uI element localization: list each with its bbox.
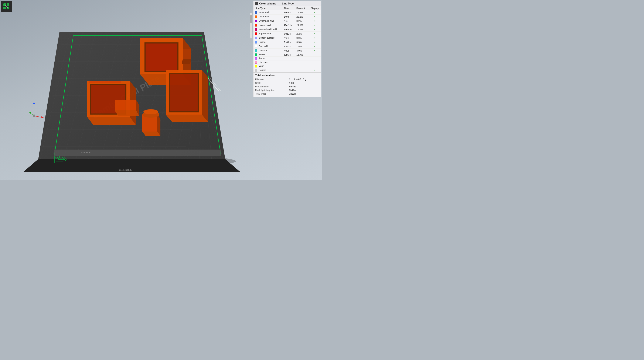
display-check: ✓ (310, 19, 320, 22)
table-row[interactable]: Sparse infill 49m11s 21.1% ✓ (254, 23, 321, 27)
table-row[interactable]: Retract (254, 57, 321, 60)
color-swatch-6 (255, 37, 257, 39)
row-percent-2: 0.2% (295, 19, 308, 23)
row-name-5: Top surface (259, 32, 271, 35)
row-percent-5: 2.2% (295, 32, 308, 36)
scroll-bar[interactable] (250, 13, 252, 38)
row-display-9[interactable]: ✓ (308, 49, 321, 53)
color-swatch-10 (255, 53, 257, 56)
tab-separator: | (278, 2, 280, 5)
row-time-5: 5m11s (282, 32, 295, 36)
info-panel: ⬛ Color scheme | Line Type Line Type Tim… (253, 1, 321, 97)
table-row[interactable]: Bottom surface 2m8s 0.9% ✓ (254, 36, 321, 40)
est-row-4: Total time: 3h53m (255, 92, 319, 96)
row-time-10: 32m3s (282, 53, 295, 57)
line-type-table: Line Type Time Percent Display Inner wal… (254, 6, 321, 72)
row-label-7: Bridge (254, 40, 282, 44)
display-check: ✓ (310, 68, 320, 72)
axis-indicator (28, 99, 44, 121)
row-display-3[interactable]: ✓ (308, 23, 321, 27)
table-row[interactable]: Bridge 7m48s 3.3% ✓ (254, 40, 321, 44)
estimation-title: Total estimation (255, 74, 319, 77)
table-row[interactable]: Top surface 5m11s 2.2% ✓ (254, 32, 321, 36)
row-display-12[interactable] (308, 60, 321, 64)
table-row[interactable]: Outer wall 1h0m 25.8% ✓ (254, 15, 321, 19)
row-display-13[interactable] (308, 64, 321, 68)
row-label-10: Travel (254, 53, 282, 57)
row-display-8[interactable]: ✓ (308, 44, 321, 49)
row-display-0[interactable]: ✓ (308, 10, 321, 15)
table-row[interactable]: Travel 32m3s 13.7% (254, 53, 321, 57)
row-display-7[interactable]: ✓ (308, 40, 321, 44)
row-display-1[interactable]: ✓ (308, 15, 321, 19)
3d-viewport[interactable]: Bambu Cool Plate H&B PLA (0, 0, 322, 180)
table-row[interactable]: Wipe (254, 64, 321, 68)
svg-marker-53 (183, 49, 191, 59)
row-display-10[interactable] (308, 53, 321, 57)
svg-marker-69 (170, 74, 198, 111)
est-value-0: 21.14 m 67.13 g (289, 78, 306, 81)
row-name-4: Internal solid infill (259, 28, 277, 30)
row-percent-12 (295, 60, 308, 64)
row-display-5[interactable]: ✓ (308, 32, 321, 36)
row-display-4[interactable]: ✓ (308, 27, 321, 32)
svg-rect-36 (54, 150, 221, 156)
row-time-13 (282, 64, 295, 68)
svg-rect-94 (4, 7, 6, 9)
table-row[interactable]: Seams ✓ (254, 68, 321, 72)
table-row[interactable]: Internal solid infill 32m55s 14.1% ✓ (254, 27, 321, 32)
row-time-4: 32m55s (282, 27, 295, 32)
tab-color-scheme[interactable]: ⬛ Color scheme (255, 2, 276, 5)
color-swatch-14 (255, 69, 257, 71)
color-swatch-9 (255, 49, 257, 52)
est-value-4: 3h53m (289, 92, 296, 96)
color-swatch-11 (255, 57, 257, 60)
row-percent-13 (295, 64, 308, 68)
est-value-2: 6m45s (289, 85, 296, 88)
row-name-14: Seams (259, 69, 266, 71)
row-name-9: Custom (259, 49, 267, 52)
est-value-1: 1.68 (289, 81, 294, 85)
col-header-type: Line Type (254, 6, 282, 10)
row-label-3: Sparse infill (254, 23, 282, 27)
row-percent-7: 3.3% (295, 40, 308, 44)
row-label-12: Unretract (254, 60, 282, 64)
table-row[interactable]: Inner wall 33m5s 14.2% ✓ (254, 10, 321, 15)
row-display-6[interactable]: ✓ (308, 36, 321, 40)
color-swatch-3 (255, 24, 257, 26)
row-time-8: 3m33s (282, 44, 295, 49)
row-time-6: 2m8s (282, 36, 295, 40)
row-time-0: 33m5s (282, 10, 295, 15)
row-label-11: Retract (254, 57, 282, 60)
table-row[interactable]: Gap infill 3m33s 1.5% ✓ (254, 44, 321, 49)
display-check: ✓ (310, 28, 320, 31)
color-swatch-1 (255, 15, 257, 18)
display-check: ✓ (310, 15, 320, 18)
table-row[interactable]: Custom 7m0s 3.0% ✓ (254, 49, 321, 53)
color-scheme-icon: ⬛ (255, 2, 258, 5)
svg-marker-79 (115, 100, 136, 110)
row-percent-0: 14.2% (295, 10, 308, 15)
row-name-12: Unretract (259, 61, 268, 63)
row-name-3: Sparse infill (259, 24, 271, 26)
app-logo[interactable] (1, 1, 12, 12)
display-check: ✓ (310, 45, 320, 48)
color-swatch-4 (255, 28, 257, 31)
svg-rect-91 (33, 115, 35, 117)
table-row[interactable]: Overhang wall 23s 0.2% ✓ (254, 19, 321, 23)
tab-line-type[interactable]: Line Type (282, 2, 294, 5)
scroll-thumb[interactable] (250, 15, 252, 23)
row-name-8: Gap infill (259, 45, 268, 47)
row-display-11[interactable] (308, 57, 321, 60)
row-name-6: Bottom surface (259, 36, 274, 39)
row-display-14[interactable]: ✓ (308, 68, 321, 72)
display-check: ✓ (310, 49, 320, 52)
row-label-1: Outer wall (254, 15, 282, 19)
row-label-6: Bottom surface (254, 36, 282, 40)
table-row[interactable]: Unretract (254, 60, 321, 64)
row-display-2[interactable]: ✓ (308, 19, 321, 23)
svg-marker-86 (33, 102, 35, 104)
est-value-3: 3h47m (289, 88, 296, 92)
row-time-9: 7m0s (282, 49, 295, 53)
svg-marker-52 (146, 43, 178, 71)
